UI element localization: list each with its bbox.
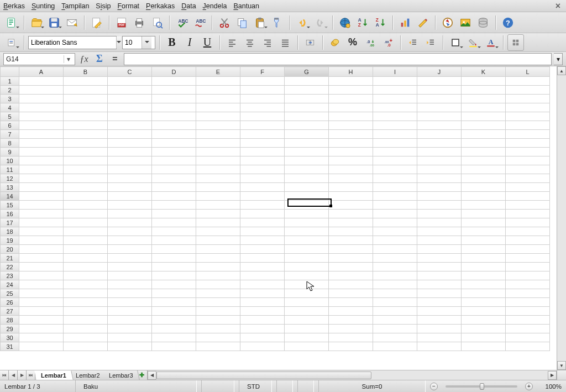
cell[interactable]	[19, 218, 64, 227]
cell[interactable]	[19, 139, 64, 148]
cell[interactable]	[19, 316, 64, 325]
cell[interactable]	[285, 103, 329, 112]
cell[interactable]	[240, 218, 285, 227]
cell[interactable]	[108, 333, 152, 342]
insert-chart-button[interactable]	[397, 14, 413, 31]
insert-mode-label[interactable]	[201, 380, 234, 392]
undo-button[interactable]	[294, 14, 311, 31]
row-header[interactable]: 5	[1, 112, 19, 121]
cell[interactable]	[329, 254, 373, 263]
page-style-label[interactable]: Baku	[75, 380, 197, 392]
cell[interactable]	[19, 333, 64, 342]
background-color-button[interactable]	[465, 34, 481, 51]
cell[interactable]	[196, 174, 240, 183]
cell[interactable]	[462, 254, 506, 263]
scroll-up-button[interactable]: ▲	[557, 66, 566, 75]
cell[interactable]	[329, 325, 373, 333]
row-header[interactable]: 16	[1, 210, 19, 218]
cell[interactable]	[285, 254, 329, 263]
cell[interactable]	[64, 271, 108, 280]
cell[interactable]	[462, 210, 506, 218]
cell[interactable]	[329, 112, 373, 121]
cell[interactable]	[285, 201, 329, 210]
cell[interactable]	[329, 174, 373, 183]
cell[interactable]	[64, 325, 108, 333]
cell[interactable]	[152, 289, 196, 298]
cell[interactable]	[506, 148, 550, 156]
row-header[interactable]: 14	[1, 192, 19, 201]
cell[interactable]	[152, 271, 196, 280]
cell[interactable]	[152, 263, 196, 271]
cell[interactable]	[152, 298, 196, 307]
cell[interactable]	[462, 201, 506, 210]
cell[interactable]	[108, 174, 152, 183]
font-size-input[interactable]	[123, 36, 142, 49]
row-header[interactable]: 23	[1, 271, 19, 280]
selection-mode-label[interactable]: STD	[239, 380, 272, 392]
cell[interactable]	[152, 183, 196, 192]
row-header[interactable]: 13	[1, 183, 19, 192]
cell[interactable]	[417, 280, 462, 289]
cell[interactable]	[462, 245, 506, 254]
cell[interactable]	[462, 342, 506, 351]
cell[interactable]	[285, 121, 329, 130]
vertical-scrollbar[interactable]: ▲ ▼	[557, 66, 566, 370]
cell[interactable]	[108, 156, 152, 165]
horizontal-scrollbar[interactable]: ◀ ▶	[147, 370, 557, 380]
cell[interactable]	[240, 236, 285, 245]
cell[interactable]	[64, 210, 108, 218]
cell[interactable]	[19, 77, 64, 86]
cell[interactable]	[506, 86, 550, 95]
cell[interactable]	[240, 183, 285, 192]
delete-decimal-button[interactable]: .00.0	[380, 34, 396, 51]
menu-format[interactable]: Format	[117, 2, 139, 10]
cell[interactable]	[417, 227, 462, 236]
cell[interactable]	[462, 139, 506, 148]
cell[interactable]	[64, 342, 108, 351]
cell[interactable]	[462, 227, 506, 236]
cell[interactable]	[462, 298, 506, 307]
cell[interactable]	[19, 165, 64, 174]
cell[interactable]	[152, 139, 196, 148]
cell[interactable]	[240, 280, 285, 289]
cell[interactable]	[506, 289, 550, 298]
cell[interactable]	[19, 156, 64, 165]
column-header[interactable]: H	[329, 67, 373, 77]
cell[interactable]	[285, 95, 329, 103]
cell[interactable]	[240, 174, 285, 183]
cell[interactable]	[240, 201, 285, 210]
cell[interactable]	[329, 103, 373, 112]
cell[interactable]	[196, 210, 240, 218]
cell[interactable]	[152, 130, 196, 139]
cell[interactable]	[462, 174, 506, 183]
cell[interactable]	[64, 192, 108, 201]
scroll-right-button[interactable]: ▶	[548, 371, 557, 380]
cell[interactable]	[417, 130, 462, 139]
cell[interactable]	[64, 95, 108, 103]
scroll-left-button[interactable]: ◀	[148, 371, 156, 380]
cell[interactable]	[462, 192, 506, 201]
column-header[interactable]: C	[108, 67, 152, 77]
cell[interactable]	[417, 156, 462, 165]
cell[interactable]	[108, 342, 152, 351]
cell[interactable]	[285, 218, 329, 227]
cell[interactable]	[462, 103, 506, 112]
menu-data[interactable]: Data	[181, 2, 196, 10]
row-header[interactable]: 7	[1, 130, 19, 139]
cell-reference-dropdown[interactable]: ▾	[64, 55, 72, 63]
cell[interactable]	[506, 271, 550, 280]
cell[interactable]	[240, 77, 285, 86]
cell[interactable]	[417, 103, 462, 112]
cell[interactable]	[506, 112, 550, 121]
select-all-corner[interactable]	[1, 67, 19, 77]
help-button[interactable]: ?	[500, 14, 516, 31]
cell[interactable]	[108, 316, 152, 325]
cell[interactable]	[19, 325, 64, 333]
cell[interactable]	[285, 77, 329, 86]
cell[interactable]	[240, 333, 285, 342]
cell[interactable]	[329, 86, 373, 95]
hscroll-thumb[interactable]	[156, 372, 372, 379]
cell[interactable]	[373, 192, 417, 201]
cell[interactable]	[462, 271, 506, 280]
cell[interactable]	[462, 263, 506, 271]
